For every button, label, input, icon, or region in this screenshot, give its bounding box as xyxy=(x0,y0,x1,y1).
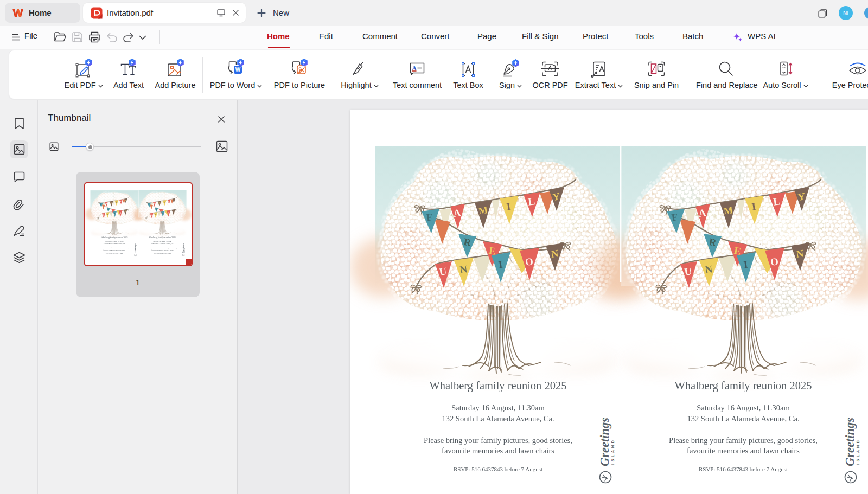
svg-text:W: W xyxy=(235,67,241,73)
